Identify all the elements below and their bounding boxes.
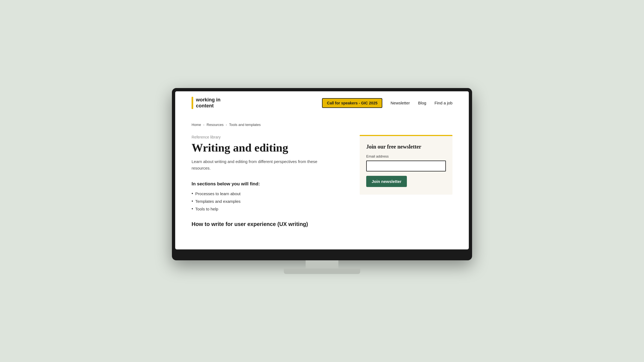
breadcrumb-separator-1: ›	[203, 123, 204, 127]
newsletter-submit-button[interactable]: Join newsletter	[366, 176, 407, 187]
monitor-screen: working in content Call for speakers - G…	[175, 91, 469, 249]
site-logo[interactable]: working in content	[192, 97, 220, 109]
monitor-stand-base	[284, 269, 360, 274]
content-area: Reference library Writing and editing Le…	[192, 135, 349, 227]
nav-find-job[interactable]: Find a job	[434, 101, 452, 105]
nav-newsletter[interactable]: Newsletter	[390, 101, 410, 105]
site-header: working in content Call for speakers - G…	[175, 91, 469, 114]
cta-button[interactable]: Call for speakers - GIC 2025	[322, 98, 382, 108]
list-item: Templates and examples	[192, 199, 349, 204]
logo-bar	[192, 97, 193, 109]
monitor-stand-neck	[306, 260, 338, 269]
breadcrumb-home[interactable]: Home	[192, 123, 201, 127]
newsletter-email-label: Email address	[366, 154, 446, 158]
main-layout: Reference library Writing and editing Le…	[192, 135, 452, 227]
newsletter-title: Join our free newsletter	[366, 144, 446, 150]
sections-list: Processes to learn about Templates and e…	[192, 191, 349, 211]
logo-text: working in content	[196, 97, 220, 109]
sections-heading: In sections below you will find:	[192, 181, 349, 187]
newsletter-sidebar: Join our free newsletter Email address J…	[360, 135, 452, 195]
page-description: Learn about writing and editing from dif…	[192, 158, 333, 171]
list-item: Processes to learn about	[192, 191, 349, 196]
breadcrumb-separator-2: ›	[226, 123, 227, 127]
monitor-frame: working in content Call for speakers - G…	[172, 88, 472, 260]
page-title: Writing and editing	[192, 141, 349, 154]
breadcrumb-resources[interactable]: Resources	[207, 123, 223, 127]
list-item: Tools to help	[192, 206, 349, 211]
site-content: Home › Resources › Tools and templates R…	[175, 114, 469, 238]
site-nav: Call for speakers - GIC 2025 Newsletter …	[322, 98, 452, 108]
reference-label: Reference library	[192, 135, 349, 139]
nav-blog[interactable]: Blog	[418, 101, 426, 105]
breadcrumb: Home › Resources › Tools and templates	[192, 123, 452, 127]
section-subheading: How to write for user experience (UX wri…	[192, 221, 349, 227]
breadcrumb-current: Tools and templates	[229, 123, 261, 127]
monitor-wrapper: working in content Call for speakers - G…	[172, 88, 472, 274]
newsletter-email-input[interactable]	[366, 161, 446, 171]
